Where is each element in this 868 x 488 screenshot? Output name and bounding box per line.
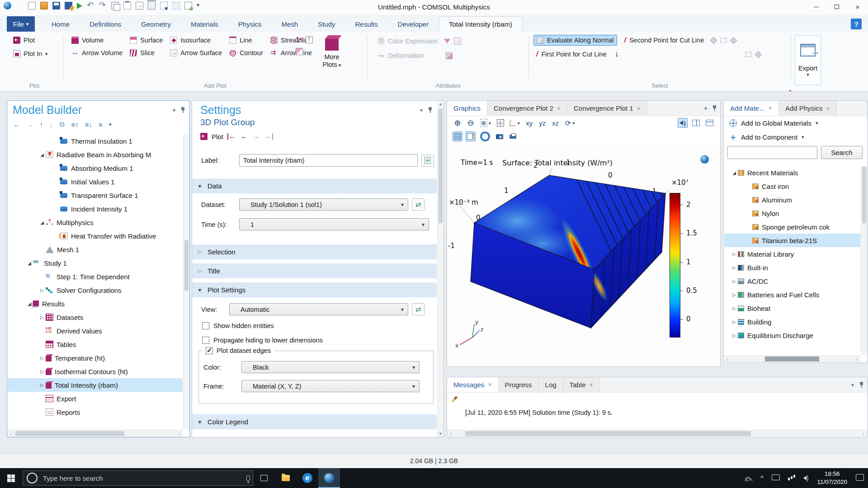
material-search-input[interactable] xyxy=(727,146,817,159)
plot-next-icon[interactable]: → xyxy=(252,132,260,141)
cut-line-drop-icon[interactable] xyxy=(614,51,621,58)
tree-toolbar-icon[interactable]: ← xyxy=(14,121,20,128)
frame-select[interactable]: Material (X, Y, Z) xyxy=(241,380,420,392)
tree-expand-icon[interactable]: ▷ xyxy=(731,279,738,284)
tree-toolbar-icon[interactable]: ≡↓ xyxy=(85,121,92,128)
taskbar-clock[interactable]: 18:56 11/07/2020 xyxy=(812,470,852,486)
box-select-icon[interactable] xyxy=(721,38,726,43)
tree-horizontal-scrollbar[interactable]: ‹› xyxy=(7,430,183,437)
messages-horizontal-scrollbar[interactable]: ‹› xyxy=(447,430,867,437)
select-tool-icon[interactable] xyxy=(710,37,717,44)
graphics-tab[interactable]: Convergence Plot 2 xyxy=(487,101,567,116)
plot-canvas[interactable]: Time=1 s Surface: Total intensity (W/m²)… xyxy=(447,145,720,366)
add-plot-mini-icon[interactable] xyxy=(306,36,313,43)
tree-expand-icon[interactable]: ◢ xyxy=(38,152,46,157)
material-list-item[interactable]: ▷ Building xyxy=(724,315,860,328)
messages-tab[interactable]: Log xyxy=(539,377,563,392)
microphone-icon[interactable] xyxy=(246,475,250,481)
tree-expand-icon[interactable]: ▷ xyxy=(38,288,46,293)
graphics-tab[interactable]: Graphics xyxy=(447,101,487,116)
ribbon-tab[interactable]: Developer xyxy=(388,16,439,32)
network-button[interactable] xyxy=(784,468,799,488)
add-plot-mini-icon[interactable] xyxy=(296,36,303,43)
ribbon-tab[interactable]: Mesh xyxy=(271,16,308,32)
tree-expand-icon[interactable]: ◢ xyxy=(26,301,33,306)
file-explorer-button[interactable] xyxy=(275,468,297,488)
add-plot-button[interactable]: Arrow Surface xyxy=(167,48,225,58)
tree-expand-icon[interactable]: ▷ xyxy=(731,292,738,297)
file-menu-button[interactable]: File xyxy=(7,16,35,32)
tree-row[interactable]: Export xyxy=(8,392,183,405)
graphics-tool-icon[interactable] xyxy=(466,118,476,128)
close-button[interactable]: × xyxy=(847,0,868,14)
graphics-tool-icon[interactable] xyxy=(509,118,521,128)
tree-row[interactable]: ◢ Results xyxy=(8,297,183,310)
tree-expand-icon[interactable]: ◢ xyxy=(731,170,738,175)
add-material-tab[interactable]: Add Mate... xyxy=(724,101,779,116)
panel-menu-icon[interactable]: ▾ xyxy=(851,382,854,388)
add-plot-button[interactable]: Arrow Volume xyxy=(69,48,125,58)
tree-row[interactable]: ◢ Study 1 xyxy=(8,256,183,270)
people-button[interactable] xyxy=(741,468,756,488)
tree-row[interactable]: Thermal Insulation 1 xyxy=(8,134,183,148)
tree-row[interactable]: Incident Intensity 1 xyxy=(8,202,183,216)
pin-icon[interactable] xyxy=(181,107,185,113)
material-horizontal-scrollbar[interactable]: ‹› xyxy=(724,355,860,362)
messages-tab[interactable]: Progress xyxy=(499,377,539,392)
section-plot-settings[interactable]: ▼Plot Settings xyxy=(192,282,437,297)
panel-menu-icon[interactable]: ▾ xyxy=(704,105,707,112)
minimize-button[interactable] xyxy=(806,0,826,14)
messages-tab[interactable]: Messages xyxy=(447,377,499,392)
pin-icon[interactable] xyxy=(712,105,717,111)
tree-expand-icon[interactable]: ▷ xyxy=(731,252,738,257)
tree-row[interactable]: Mesh 1 xyxy=(8,243,183,256)
material-list-item[interactable]: Sponge petroleum cok xyxy=(724,220,860,234)
tree-expand-icon[interactable]: ▷ xyxy=(38,383,46,388)
restore-button[interactable] xyxy=(826,0,847,14)
messages-tab[interactable]: Table xyxy=(563,377,600,392)
height-expression-icon[interactable] xyxy=(445,52,453,59)
tree-row[interactable]: Reports xyxy=(8,405,183,419)
tree-toolbar-icon[interactable]: ▾ xyxy=(109,122,112,127)
label-input[interactable] xyxy=(239,154,418,167)
graphics-tool-icon[interactable] xyxy=(479,118,492,128)
search-input[interactable] xyxy=(43,474,241,482)
tree-toolbar-icon[interactable]: ≡↑ xyxy=(71,121,79,128)
material-list-item[interactable]: ▷ AC/DC xyxy=(724,274,860,288)
close-tab-icon[interactable] xyxy=(769,104,772,112)
tree-vertical-scrollbar[interactable] xyxy=(183,134,189,429)
ribbon-tab[interactable]: Results xyxy=(345,16,388,32)
close-tab-icon[interactable] xyxy=(637,105,641,112)
settings-plot-button[interactable]: Plot xyxy=(212,133,223,141)
add-plot-button[interactable]: Surface xyxy=(127,35,165,45)
task-view-button[interactable] xyxy=(253,468,275,488)
touch-keyboard-button[interactable] xyxy=(768,468,784,488)
graphics-tool-icon[interactable] xyxy=(508,131,518,141)
volume-button[interactable] xyxy=(799,468,813,488)
tree-row[interactable]: ▷ Isothermal Contours (ht) xyxy=(8,365,183,378)
ribbon-tab[interactable]: Definitions xyxy=(80,16,131,32)
ribbon-tab[interactable]: Materials xyxy=(181,16,228,32)
tree-row[interactable]: Step 1: Time Dependent xyxy=(8,270,183,283)
second-point-cut-line-button[interactable]: /Second Point for Cut Line xyxy=(622,35,707,46)
pin-icon[interactable] xyxy=(428,107,432,113)
ribbon-tab[interactable]: Study xyxy=(308,16,345,32)
edge-button[interactable]: e xyxy=(297,468,318,488)
show-hidden-entities-checkbox[interactable]: Show hidden entities xyxy=(202,322,274,329)
graphics-tab[interactable]: Convergence Plot 1 xyxy=(567,101,647,116)
tree-expand-icon[interactable]: ▷ xyxy=(731,306,738,311)
first-point-cut-line-button[interactable]: /First Point for Cut Line xyxy=(533,49,609,60)
section-selection[interactable]: ▷Selection xyxy=(192,244,437,259)
deformation-button[interactable]: Deformation xyxy=(375,51,426,61)
tree-expand-icon[interactable]: ▷ xyxy=(38,315,46,320)
tree-row[interactable]: Absorbing Medium 1 xyxy=(8,161,183,175)
material-list-item[interactable]: Cast iron xyxy=(724,179,860,193)
tree-expand-icon[interactable]: ◢ xyxy=(38,220,46,225)
propagate-hiding-checkbox[interactable]: Propagate hiding to lower dimensions xyxy=(202,337,323,344)
plot-last-icon[interactable]: → xyxy=(264,133,273,140)
add-plot-button[interactable]: Slice xyxy=(127,48,165,58)
tree-expand-icon[interactable]: ▷ xyxy=(38,356,46,361)
add-plot-button[interactable]: Line xyxy=(226,35,266,45)
close-tab-icon[interactable] xyxy=(589,381,593,389)
panel-menu-icon[interactable]: ▾ xyxy=(420,107,423,113)
